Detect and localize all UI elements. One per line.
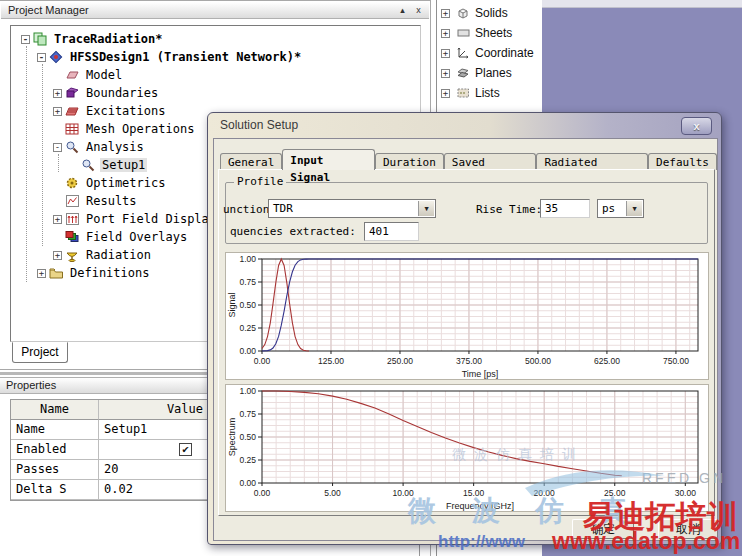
expand-icon[interactable]: + [53, 107, 62, 116]
tree-item-traceradiation[interactable]: -TraceRadiation* [11, 30, 420, 48]
project-manager-titlebar[interactable]: Project Manager ▴ x [1, 2, 429, 19]
collapse-icon[interactable]: - [53, 143, 62, 152]
svg-text:0.50: 0.50 [239, 432, 256, 442]
tab-defaults[interactable]: Defaults [648, 153, 717, 170]
close-icon[interactable]: x [681, 117, 712, 135]
tree-item-label: Model [84, 68, 124, 82]
expand-icon[interactable]: + [441, 29, 450, 38]
tab-project[interactable]: Project [12, 342, 68, 363]
sheets-icon [456, 26, 471, 40]
svg-text:500.00: 500.00 [525, 356, 551, 366]
modeler-item-sheets[interactable]: +Sheets [437, 23, 542, 43]
svg-text:Frequency [GHz]: Frequency [GHz] [446, 501, 514, 511]
property-value[interactable]: 0.02 [104, 482, 133, 496]
chevron-down-icon[interactable]: ▼ [626, 201, 642, 216]
svg-text:0.75: 0.75 [239, 409, 256, 419]
expand-icon[interactable]: + [441, 69, 450, 78]
enabled-checkbox[interactable]: ✔ [179, 443, 192, 456]
svg-text:1.00: 1.00 [239, 254, 256, 264]
svg-text:0.50: 0.50 [239, 300, 256, 310]
tree-item-model[interactable]: Model [11, 66, 420, 84]
modeler-item-solids[interactable]: +Solids [437, 3, 542, 23]
svg-text:Signal: Signal [227, 292, 237, 317]
svg-text:0.00: 0.00 [254, 488, 271, 498]
design-icon [49, 50, 64, 64]
svg-text:750.00: 750.00 [663, 356, 689, 366]
chevron-down-icon[interactable]: ▼ [418, 201, 434, 216]
rise-time-unit-value: ps [602, 202, 615, 215]
expand-icon[interactable]: + [53, 89, 62, 98]
ok-button[interactable]: 确定 [572, 519, 634, 539]
solution-setup-dialog: Solution Setup x GeneralInput SignalDura… [207, 112, 722, 545]
tree-item-label: Mesh Operations [84, 122, 196, 136]
tab-input-signal[interactable]: Input Signal [282, 149, 375, 170]
excitations-icon [65, 104, 80, 118]
radiation-icon [65, 248, 80, 262]
modeler-item-planes[interactable]: +Planes [437, 63, 542, 83]
modeler-item-coordinate[interactable]: +Coordinate [437, 43, 542, 63]
svg-text:30.00: 30.00 [675, 488, 697, 498]
col-header-value[interactable]: Value [99, 400, 209, 420]
coordinate-icon [456, 46, 471, 60]
expand-icon[interactable]: + [441, 9, 450, 18]
view-top-strip [542, 0, 742, 8]
property-value[interactable]: Setup1 [104, 422, 147, 436]
svg-text:0.25: 0.25 [239, 323, 256, 333]
expand-icon[interactable]: + [53, 215, 62, 224]
dialog-client-area: GeneralInput SignalDurationSaved FieldsR… [213, 138, 718, 541]
collapse-panel-icon[interactable]: ▴ [396, 4, 409, 17]
property-value[interactable]: 20 [104, 462, 118, 476]
tree-item-boundaries[interactable]: +Boundaries [11, 84, 420, 102]
tree-item-label: TraceRadiation* [52, 32, 164, 46]
expand-icon[interactable]: + [37, 269, 46, 278]
collapse-icon[interactable]: - [37, 53, 46, 62]
expand-icon[interactable]: + [53, 251, 62, 260]
svg-text:125.00: 125.00 [318, 356, 344, 366]
tree-item-label: Definitions [68, 266, 151, 280]
rise-time-unit-combobox[interactable]: ps ▼ [597, 199, 644, 218]
svg-text:1.00: 1.00 [239, 386, 256, 396]
spectrum-chart: 0.005.0010.0015.0020.0025.0030.000.000.2… [225, 384, 709, 512]
svg-text:20.00: 20.00 [534, 488, 556, 498]
modeler-item-label: Coordinate [475, 46, 534, 60]
rise-time-label: Rise Time: [476, 203, 542, 216]
model-icon [65, 68, 80, 82]
svg-text:5.00: 5.00 [324, 488, 341, 498]
tree-item-label: Boundaries [84, 86, 160, 100]
svg-text:0.75: 0.75 [239, 277, 256, 287]
expand-icon[interactable]: + [441, 49, 450, 58]
modeler-item-lists[interactable]: +Lists [437, 83, 542, 103]
svg-text:25.00: 25.00 [604, 488, 626, 498]
property-name: Delta S [11, 480, 99, 500]
tab-saved-fields[interactable]: Saved Fields [444, 153, 537, 170]
svg-text:Spectrum: Spectrum [227, 418, 237, 457]
expand-icon[interactable]: + [441, 89, 450, 98]
svg-text:625.00: 625.00 [594, 356, 620, 366]
tree-item-hfssdesign1-transient-network[interactable]: -HFSSDesign1 (Transient Network)* [11, 48, 420, 66]
tab-duration[interactable]: Duration [375, 153, 444, 170]
col-header-name[interactable]: Name [11, 400, 99, 420]
tree-item-label: HFSSDesign1 (Transient Network)* [68, 50, 303, 64]
tab-radiated-fields[interactable]: Radiated Fields [536, 153, 648, 170]
mesh-icon [65, 122, 80, 136]
svg-text:375.00: 375.00 [456, 356, 482, 366]
frequencies-input[interactable]: 401 [364, 222, 419, 241]
tree-item-label: Field Overlays [84, 230, 189, 244]
tree-item-label: Setup1 [100, 158, 147, 172]
modeler-item-label: Lists [475, 86, 500, 100]
fieldoverlays-icon [65, 230, 80, 244]
close-panel-icon[interactable]: x [412, 4, 425, 17]
frequencies-label: quencies extracted: [230, 225, 356, 238]
svg-text:10.00: 10.00 [392, 488, 414, 498]
setup-icon [81, 158, 96, 172]
tree-item-label: Excitations [84, 104, 167, 118]
tab-general[interactable]: General [220, 153, 282, 170]
cancel-button[interactable]: 取消 [658, 519, 718, 539]
modeler-item-label: Planes [475, 66, 512, 80]
rise-time-input[interactable]: 35 [540, 199, 590, 218]
project-manager-title: Project Manager [8, 4, 89, 16]
function-combobox[interactable]: TDR ▼ [268, 199, 436, 218]
svg-text:250.00: 250.00 [387, 356, 413, 366]
modeler-item-label: Sheets [475, 26, 512, 40]
collapse-icon[interactable]: - [21, 35, 30, 44]
